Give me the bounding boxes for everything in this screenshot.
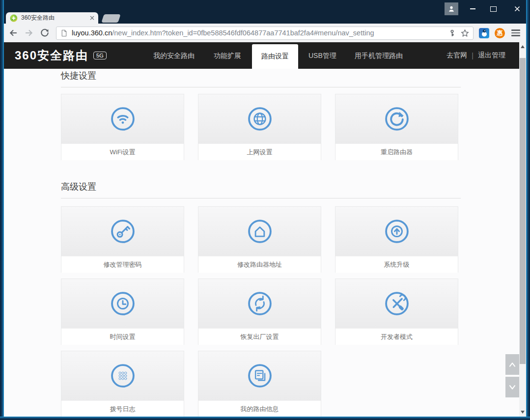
scroll-down-icon[interactable] — [519, 409, 526, 416]
nav-tab-feature-extensions[interactable]: 功能扩展 — [214, 42, 241, 69]
clock-icon — [61, 279, 184, 329]
browser-tab[interactable]: 360安全路由 — [6, 12, 98, 24]
section-title-quick-settings: 快捷设置 — [61, 70, 461, 87]
reload-button[interactable] — [38, 27, 51, 39]
bookmark-star-icon[interactable] — [461, 29, 469, 37]
favicon-360 — [10, 14, 18, 22]
minimize-button[interactable] — [465, 2, 480, 15]
chevron-up-icon — [507, 360, 518, 369]
page-scroll-up-button[interactable] — [505, 354, 519, 375]
home-icon — [198, 207, 321, 256]
card-time-settings[interactable]: 时间设置 — [61, 279, 184, 345]
nav-tab-router-settings[interactable]: 路由设置 — [252, 44, 298, 69]
window-frame-right — [526, 0, 530, 420]
nav-tab-router-settings-label: 路由设置 — [261, 52, 289, 61]
developer-tools-icon — [335, 279, 458, 329]
settings-page: 快捷设置 WiFi设置 上网设置 重启路由器 高级设置 修改管理密码 修改路由器… — [4, 69, 519, 417]
browser-menu-button[interactable] — [511, 29, 520, 36]
card-system-upgrade[interactable]: 系统升级 — [335, 206, 458, 273]
dial-pad-icon — [61, 351, 184, 401]
card-label: 修改管理密码 — [61, 256, 184, 273]
section-title-advanced-settings: 高级设置 — [61, 181, 461, 198]
tab-close-icon[interactable] — [90, 16, 94, 20]
card-label: 上网设置 — [198, 144, 321, 160]
card-dial-log[interactable]: 拨号日志 — [61, 351, 184, 417]
factory-reset-icon — [198, 279, 321, 329]
official-site-link[interactable]: 去官网 — [446, 51, 467, 60]
wifi-icon — [61, 94, 184, 144]
page-scroll-down-button[interactable] — [505, 377, 519, 397]
window-frame-bottom — [0, 417, 530, 420]
new-tab-button[interactable] — [101, 14, 121, 23]
window-frame-left — [0, 0, 4, 420]
card-factory-reset[interactable]: 恢复出厂设置 — [198, 279, 321, 345]
hui-glyph: 惠 — [497, 29, 503, 37]
nav-tab-manage-by-phone[interactable]: 用手机管理路由 — [355, 42, 403, 69]
site-logo: 360安全路由 5G — [15, 42, 107, 69]
restart-icon — [335, 94, 458, 144]
address-bar[interactable]: luyou.360.cn/new_index.htm?token_id=0fbe… — [56, 27, 474, 40]
url-text: luyou.360.cn/new_index.htm?token_id=0fbe… — [72, 29, 448, 37]
tab-title: 360安全路由 — [21, 14, 90, 22]
router-info-icon — [198, 351, 321, 401]
back-button[interactable] — [7, 27, 20, 39]
close-button[interactable] — [510, 2, 525, 15]
card-developer-mode[interactable]: 开发者模式 — [335, 279, 458, 345]
badge-5g: 5G — [93, 52, 107, 59]
key-password-icon[interactable] — [448, 29, 456, 37]
card-label: 重启路由器 — [335, 144, 458, 160]
maximize-button[interactable] — [486, 2, 501, 15]
key-icon — [61, 207, 184, 256]
minimize-icon — [470, 8, 475, 9]
url-domain: luyou.360.cn — [72, 29, 112, 37]
nav-tab-my-secure-router[interactable]: 我的安全路由 — [153, 42, 195, 69]
page-icon — [60, 29, 68, 37]
upgrade-arrow-icon — [335, 207, 458, 256]
card-label: 系统升级 — [335, 256, 458, 273]
logo-text: 360安全路由 — [15, 48, 88, 63]
card-label: 时间设置 — [61, 329, 184, 345]
card-wifi-settings[interactable]: WiFi设置 — [61, 94, 184, 160]
close-icon — [514, 6, 520, 12]
browser-toolbar: luyou.360.cn/new_index.htm?token_id=0fbe… — [4, 24, 526, 42]
nav-tab-usb-management[interactable]: USB管理 — [308, 42, 336, 69]
forward-button[interactable] — [23, 27, 35, 39]
reload-icon — [40, 28, 49, 37]
card-internet-settings[interactable]: 上网设置 — [198, 94, 321, 160]
back-icon — [9, 28, 18, 37]
card-restart-router[interactable]: 重启路由器 — [335, 94, 458, 160]
person-icon — [448, 5, 455, 12]
url-path: /new_index.htm?token_id=0fbe588546fdf064… — [112, 29, 374, 37]
logout-link[interactable]: 退出管理 — [478, 51, 505, 60]
chevron-down-icon — [507, 382, 518, 392]
link-divider: | — [472, 52, 474, 59]
card-label: 拨号日志 — [61, 401, 184, 417]
forward-icon — [25, 28, 33, 37]
globe-icon — [198, 94, 321, 144]
maximize-icon — [490, 6, 497, 12]
extension-icon-hui[interactable]: 惠 — [495, 28, 505, 38]
profile-button[interactable] — [445, 2, 458, 15]
scrollbar-thumb[interactable] — [520, 58, 526, 364]
extension-icon-blue[interactable] — [479, 28, 489, 38]
card-my-router-info[interactable]: 我的路由信息 — [198, 351, 321, 417]
card-change-router-address[interactable]: 修改路由器地址 — [198, 206, 321, 273]
scroll-up-icon[interactable] — [519, 43, 526, 50]
card-change-admin-password[interactable]: 修改管理密码 — [61, 206, 184, 273]
card-label: 恢复出厂设置 — [198, 329, 321, 345]
card-label: WiFi设置 — [61, 144, 184, 160]
card-label: 我的路由信息 — [198, 401, 321, 417]
navbar-right-links: 去官网 | 退出管理 — [446, 42, 505, 69]
card-label: 开发者模式 — [335, 329, 458, 345]
site-navbar: 360安全路由 5G 我的安全路由 功能扩展 路由设置 USB管理 用手机管理路… — [4, 42, 519, 69]
card-label: 修改路由器地址 — [198, 256, 321, 273]
